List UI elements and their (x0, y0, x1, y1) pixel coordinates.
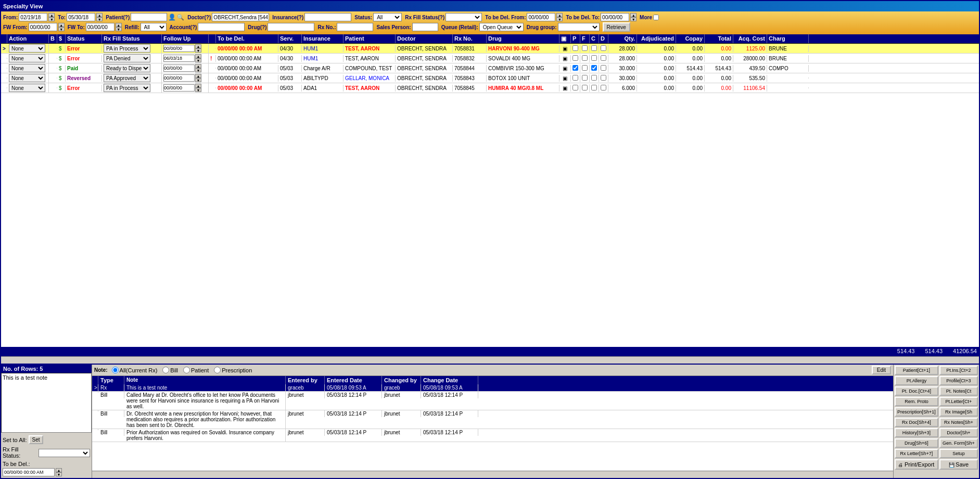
d-checkbox[interactable] (601, 55, 606, 61)
profile-button[interactable]: Profile[Ct+3 (939, 376, 978, 385)
cell-rxfill[interactable]: PA Denied (102, 54, 162, 63)
d-checkbox[interactable] (601, 65, 606, 71)
rxfill-select[interactable] (446, 13, 482, 21)
cell-p[interactable] (571, 45, 580, 53)
cell-f[interactable] (580, 55, 590, 62)
patient-icon[interactable]: 👤 (168, 14, 176, 21)
from-date-input[interactable] (19, 13, 47, 21)
action-select[interactable]: None (9, 44, 45, 53)
patient-input[interactable] (131, 13, 167, 21)
action-select[interactable]: None (9, 54, 45, 62)
fw-to-down[interactable]: ▼ (116, 27, 122, 31)
cell-d[interactable] (599, 64, 608, 72)
followup-input[interactable] (163, 84, 195, 92)
cell-f[interactable] (580, 84, 590, 92)
genform-button[interactable]: Gen. Form[Sh+ (939, 438, 978, 448)
followup-input[interactable] (163, 64, 195, 72)
fw-from-input[interactable] (29, 23, 57, 31)
cell-rxfill[interactable]: PA Approved (102, 73, 162, 83)
refill-select[interactable]: All (141, 23, 167, 31)
list-item[interactable]: > Rx This is a test note graceb 05/08/18… (92, 384, 893, 392)
ptins-button[interactable]: Pt.Ins.[Ct+2 (939, 366, 978, 375)
followup-input[interactable] (163, 74, 195, 82)
d-checkbox[interactable] (601, 85, 606, 90)
followup-up[interactable]: ▲ (195, 74, 201, 78)
rxfill-select[interactable]: PA in Process (104, 44, 150, 53)
followup-down[interactable]: ▼ (195, 68, 201, 72)
cell-f[interactable] (580, 64, 590, 72)
c-checkbox[interactable] (591, 75, 597, 81)
cell-rxfill[interactable]: PA in Process (102, 83, 162, 93)
cell-c[interactable] (590, 45, 599, 53)
tobedel-to-down[interactable]: ▼ (630, 17, 637, 21)
doctor-input[interactable] (212, 13, 269, 21)
p-checkbox[interactable] (572, 55, 578, 61)
cell-c[interactable] (590, 84, 599, 92)
queue-select[interactable]: Open Queue (479, 23, 524, 31)
table-row[interactable]: > None $ Error PA in Process ▲▼ 0 (1, 44, 979, 54)
p-checkbox[interactable] (572, 65, 578, 71)
radio-prescription-input[interactable] (214, 367, 221, 373)
cell-action[interactable]: None (7, 54, 49, 63)
f-checkbox[interactable] (582, 65, 588, 71)
cell-c[interactable] (590, 64, 599, 72)
f-checkbox[interactable] (582, 75, 588, 81)
to-date-input[interactable] (67, 13, 95, 21)
cell-d[interactable] (599, 84, 608, 92)
action-select[interactable]: None (9, 84, 45, 92)
followup-input[interactable] (163, 55, 195, 62)
to-date-up[interactable]: ▲ (96, 13, 103, 17)
patient-search-icon[interactable]: 🔍 (177, 14, 184, 21)
ptletter-button[interactable]: Pt.Letter[Ct+ (939, 397, 978, 406)
to-date-down[interactable]: ▼ (96, 17, 103, 21)
cell-action[interactable]: None (7, 63, 49, 73)
tobedel-from-input[interactable] (527, 13, 555, 21)
c-checkbox[interactable] (591, 45, 597, 51)
ptallergy-button[interactable]: Pt.Allergy (895, 376, 938, 385)
followup-up[interactable]: ▲ (195, 64, 201, 68)
horizontal-scrollbar[interactable] (1, 356, 979, 364)
remproto-button[interactable]: Rem. Proto (895, 397, 938, 406)
insurance-input[interactable] (304, 13, 351, 21)
cell-action[interactable]: None (7, 73, 49, 83)
account-input[interactable] (198, 23, 245, 31)
d-checkbox[interactable] (601, 75, 606, 81)
c-checkbox[interactable] (591, 85, 597, 90)
action-select[interactable]: None (9, 74, 45, 82)
notes-horizontal-scrollbar[interactable] (92, 471, 893, 478)
list-item[interactable]: Bill Dr. Obrecht wrote a new prescriptio… (92, 410, 893, 429)
save-button[interactable]: 💾 Save (939, 459, 978, 470)
radio-all-input[interactable] (112, 367, 119, 373)
status-select[interactable]: All (373, 13, 402, 21)
followup-down[interactable]: ▼ (195, 78, 201, 82)
rxfill-select[interactable]: PA Denied (104, 54, 150, 62)
tobedel-from-down[interactable]: ▼ (556, 17, 563, 21)
patient-button[interactable]: Patient[Ct+1] (895, 366, 938, 375)
more-checkbox[interactable] (653, 15, 659, 20)
fw-from-up[interactable]: ▲ (58, 23, 65, 27)
action-select[interactable]: None (9, 64, 45, 72)
cell-action[interactable]: None (7, 44, 49, 53)
cell-f[interactable] (580, 45, 590, 53)
p-checkbox[interactable] (572, 85, 578, 90)
rxletter-button[interactable]: Rx Letter[Sh+7] (895, 449, 938, 458)
table-row[interactable]: None $ Reversed PA Approved ▲▼ 00/00/00 … (1, 73, 979, 83)
followup-input[interactable] (163, 45, 195, 52)
rxfill-status-select[interactable] (39, 449, 90, 457)
cell-p[interactable] (571, 84, 580, 92)
rximage-button[interactable]: Rx Image[Sh (939, 407, 978, 417)
table-row[interactable]: None $ Error PA Denied ▲▼ ! 00/00/00 00:… (1, 54, 979, 63)
radio-bill-input[interactable] (162, 367, 169, 373)
print-export-button[interactable]: 🖨 Print/Export (895, 459, 938, 470)
tobedel-to-input[interactable] (601, 13, 629, 21)
radio-patient[interactable]: Patient (183, 367, 209, 373)
rxfill-select[interactable]: PA in Process (104, 84, 150, 92)
ptdoc-button[interactable]: Pt. Doc.[Ct+4] (895, 386, 938, 396)
from-date-down[interactable]: ▼ (48, 17, 55, 21)
list-item[interactable]: Bill Prior Authorization was required on… (92, 429, 893, 442)
drug-group-select[interactable] (558, 23, 600, 31)
radio-patient-input[interactable] (183, 367, 190, 373)
setup-button[interactable]: Setup (939, 449, 978, 458)
rxno-input[interactable] (337, 23, 373, 31)
rxfill-select[interactable]: PA Approved (104, 74, 150, 82)
